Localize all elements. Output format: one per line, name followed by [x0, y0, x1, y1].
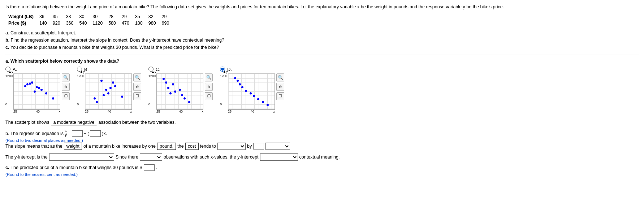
- part-c-period: .: [156, 165, 157, 170]
- regression-slope-input[interactable]: [90, 130, 101, 137]
- price-1120: 1120: [90, 20, 105, 26]
- scatter-a-zoom-out[interactable]: ⊖: [62, 83, 70, 91]
- part-c-answer-input[interactable]: [144, 164, 155, 171]
- scatter-b-grid: [85, 74, 131, 109]
- part-c-hint: (Round to the nearest cent as needed.): [5, 172, 639, 177]
- close-paren-x: )x.: [102, 131, 107, 136]
- scatter-wrapper-c: ▲y 1200 0: [148, 73, 213, 113]
- scatter-b-y-axis: 1200 0: [77, 73, 84, 106]
- y-char: y: [65, 132, 67, 137]
- price-180: 180: [132, 20, 146, 26]
- scatter-d-x-labels: 2540x: [228, 110, 275, 113]
- slope-mid3: tends to: [200, 144, 216, 149]
- data-table: Weight (LB) 36 35 33 30 30 28 29 35 32 2…: [5, 13, 172, 26]
- equals-sign: =: [68, 131, 71, 136]
- slope-unit-select[interactable]: dollars pounds: [265, 143, 290, 150]
- regression-hint: (Round to two decimal places as needed.): [5, 138, 639, 143]
- part-c-label-bold: c.: [5, 165, 9, 170]
- weight-29a: 29: [119, 13, 132, 20]
- slope-pre: The slope means that as the: [5, 144, 62, 149]
- scatter-d-y-axis: 1200 0: [220, 73, 227, 106]
- scatter-plot-b: [85, 73, 132, 110]
- weight-30a: 30: [76, 13, 90, 20]
- scatterplots-container: A. ▲y 1200 0: [5, 67, 639, 113]
- yint-meaning-select[interactable]: does have does not have: [260, 153, 298, 161]
- scatter-c-y-axis: 1200 0: [148, 73, 156, 106]
- hat-y-symbol: ^ y: [65, 130, 67, 137]
- slope-amount-input[interactable]: [253, 143, 264, 149]
- weight-33: 33: [63, 13, 77, 20]
- slope-word-cost: cost: [185, 143, 199, 150]
- slope-word-pound: pound,: [157, 143, 176, 150]
- weight-28: 28: [105, 13, 119, 20]
- slope-mid1: of a mountain bike increases by one: [83, 144, 156, 149]
- scatter-b-zoom-in[interactable]: 🔍: [133, 73, 141, 81]
- scatter-plot-c: [156, 73, 203, 110]
- plus-sign: +: [84, 131, 86, 136]
- weight-30b: 30: [90, 13, 105, 20]
- weight-32: 32: [146, 13, 159, 20]
- scatter-c-zoom-out[interactable]: ⊖: [205, 83, 213, 91]
- price-label: Price ($): [5, 20, 36, 26]
- scatter-label-d: D.: [227, 67, 232, 72]
- weight-35b: 35: [132, 13, 146, 20]
- scatter-c-controls: 🔍 ⊖ ❐: [205, 73, 213, 100]
- scatter-b-zoom-out[interactable]: ⊖: [133, 83, 141, 91]
- instruction-a: a. Construct a scatterplot. Interpret.: [5, 30, 76, 35]
- weight-row: Weight (LB) 36 35 33 30 30 28 29 35 32 2…: [5, 13, 172, 20]
- slope-by: by: [247, 144, 252, 149]
- scatter-c-expand[interactable]: ❐: [205, 92, 213, 100]
- scatter-option-d: D. ▲y 1200 0: [220, 67, 284, 113]
- instruction-b: Find the regression equation. Interpret …: [11, 38, 224, 43]
- weight-29b: 29: [159, 13, 172, 20]
- regression-intercept-input[interactable]: [72, 130, 83, 137]
- scatter-b-expand[interactable]: ❐: [133, 92, 141, 100]
- section-divider: [5, 55, 639, 55]
- scatter-a-y-arrow: ▲y: [8, 70, 13, 73]
- scatter-b-x-labels: 2540x: [85, 110, 132, 113]
- scatter-label-a: A.: [13, 67, 17, 72]
- scatter-d-controls: 🔍 ⊖ ❐: [276, 73, 284, 100]
- scatterplot-answer-row: The scatterplot shows a moderate negativ…: [5, 119, 639, 126]
- slope-interpretation-row: The slope means that as the weight of a …: [5, 143, 639, 150]
- slope-word-weight: weight: [64, 143, 82, 150]
- scatter-a-grid: [14, 74, 60, 109]
- yint-value-select[interactable]: predicted price slope: [49, 153, 114, 161]
- scatter-wrapper-d: ▲y 1200 0: [220, 73, 284, 113]
- price-row: Price ($) 140 920 360 540 1120 580 470 1…: [5, 20, 172, 26]
- part-a-question: a. Which scatterplot below correctly sho…: [5, 59, 639, 64]
- price-690: 690: [159, 20, 172, 26]
- scatter-option-a: A. ▲y 1200 0: [5, 67, 70, 113]
- scatter-option-c: C. ▲y 1200 0: [148, 67, 213, 113]
- scatter-c-zoom-in[interactable]: 🔍: [205, 73, 213, 81]
- price-980: 980: [146, 20, 159, 26]
- yint-mid2: observations with such x-values, the y-i…: [164, 155, 259, 160]
- scatter-a-x-labels: 2540x: [13, 110, 60, 113]
- scatter-d-expand[interactable]: ❐: [276, 92, 284, 100]
- scatter-a-controls: 🔍 ⊖ ❐: [62, 73, 70, 100]
- weight-label: Weight (LB): [5, 13, 36, 20]
- scatter-a-expand[interactable]: ❐: [62, 92, 70, 100]
- scatter-d-zoom-in[interactable]: 🔍: [276, 73, 284, 81]
- scatter-plot-d: [228, 73, 275, 110]
- scatter-wrapper-a: ▲y 1200 0: [5, 73, 70, 113]
- scatter-d-y-arrow: ▲y: [223, 70, 228, 73]
- scatter-d-zoom-out[interactable]: ⊖: [276, 83, 284, 91]
- scatter-option-b: B. ▲y 1200 0: [77, 67, 141, 113]
- yint-mid: Since there: [116, 155, 138, 160]
- scatter-label-c: C.: [156, 67, 160, 72]
- scatter-a-y-axis: 1200 0: [5, 73, 13, 106]
- yint-there-select[interactable]: are are no: [140, 153, 162, 161]
- scatter-b-y-arrow: ▲y: [80, 70, 85, 73]
- price-140: 140: [36, 20, 50, 26]
- price-920: 920: [50, 20, 63, 26]
- open-paren: (: [87, 131, 89, 136]
- scatter-a-zoom-in[interactable]: 🔍: [62, 73, 70, 81]
- instruction-b-bold: b.: [5, 38, 9, 43]
- scatter-b-controls: 🔍 ⊖ ❐: [133, 73, 141, 100]
- intro-text: Is there a relationship between the weig…: [5, 4, 639, 10]
- answer-pre: The scatterplot shows: [5, 120, 49, 125]
- price-580: 580: [105, 20, 119, 26]
- slope-mid2: the: [177, 144, 183, 149]
- slope-direction-select[interactable]: increase decrease: [217, 143, 246, 150]
